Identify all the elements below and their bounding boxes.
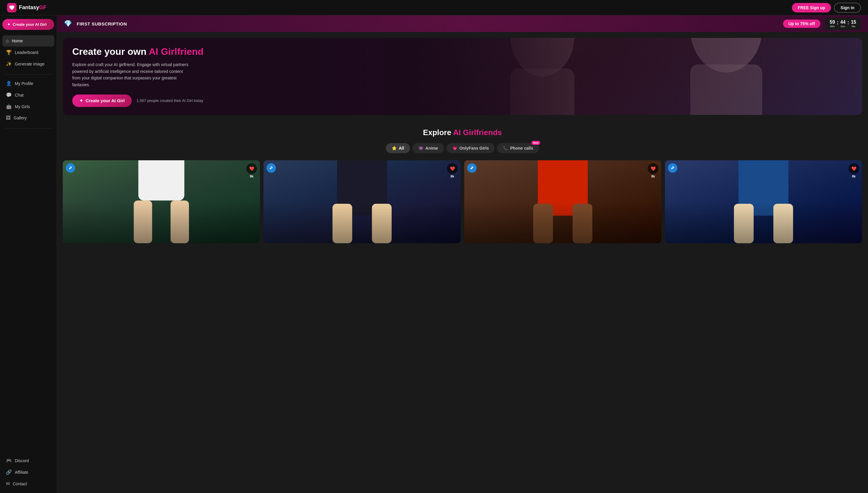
- sidebar-item-profile[interactable]: 👤 My Profile: [2, 78, 54, 89]
- girl-card-overlay-2: [264, 160, 461, 243]
- wand-icon-hero: ✦: [79, 98, 83, 103]
- create-ai-girl-button[interactable]: ✦ Create your AI Girl: [2, 19, 54, 30]
- girl-card-1[interactable]: ❤️ 9k: [63, 160, 260, 243]
- sidebar-item-generate[interactable]: ✨ Generate image: [2, 58, 54, 70]
- expand-btn-4[interactable]: [668, 163, 677, 173]
- explore-title: Explore AI Girlfriends: [63, 128, 862, 137]
- chat-icon: 💬: [6, 92, 12, 98]
- promo-text: FIRST SUBSCRIPTION: [77, 21, 778, 26]
- gallery-icon: 🖼: [6, 115, 11, 121]
- like-button-3[interactable]: ❤️: [648, 163, 658, 174]
- girl-card-overlay-3: [464, 160, 661, 243]
- onlyfans-icon: 💗: [452, 146, 457, 150]
- timer-separator-1: :: [837, 20, 838, 26]
- filter-tab-phonecalls[interactable]: New 📞 Phone calls: [497, 143, 539, 153]
- hero-description: Explore and craft your AI girlfriend. En…: [72, 61, 191, 88]
- expand-btn-2[interactable]: [267, 163, 276, 173]
- signup-button[interactable]: FREE Sign up: [792, 3, 831, 13]
- like-section-4: ❤️ 8k: [848, 163, 859, 178]
- discord-icon: 🎮: [6, 458, 12, 463]
- sidebar-divider-2: [5, 128, 52, 129]
- timer-separator-2: :: [847, 20, 849, 26]
- sidebar-item-gallery[interactable]: 🖼 Gallery: [2, 112, 54, 124]
- phone-icon: 📞: [503, 146, 508, 150]
- nav-buttons: FREE Sign up Sign in: [792, 3, 861, 13]
- girls-grid: ❤️ 9k: [63, 160, 862, 243]
- sidebar-item-chat[interactable]: 💬 Chat: [2, 89, 54, 101]
- generate-icon: ✨: [6, 61, 12, 67]
- social-proof-text: 1,587 people created their AI Girl today: [136, 98, 203, 103]
- like-section-2: ❤️ 8k: [447, 163, 458, 178]
- girl-card-overlay-1: [63, 160, 260, 243]
- filter-tab-anime[interactable]: 👾 Anime: [412, 143, 444, 153]
- like-button-1[interactable]: ❤️: [246, 163, 257, 174]
- logo[interactable]: FantasyGF: [7, 3, 46, 13]
- hero-actions: ✦ Create your AI Girl 1,587 people creat…: [72, 94, 203, 107]
- sidebar-item-affiliate[interactable]: 🔗 Affiliate: [2, 466, 54, 478]
- sidebar-item-discord[interactable]: 🎮 Discord: [2, 455, 54, 466]
- like-button-2[interactable]: ❤️: [447, 163, 458, 174]
- filter-tab-all[interactable]: ⭐ All: [386, 143, 410, 153]
- diamond-icon: 💎: [64, 20, 72, 27]
- new-badge: New: [531, 141, 541, 145]
- top-navigation: FantasyGF FREE Sign up Sign in: [0, 0, 868, 16]
- hero-create-button[interactable]: ✦ Create your AI Girl: [72, 94, 132, 107]
- timer-seconds: 44 Sec: [840, 20, 845, 28]
- expand-btn-3[interactable]: [467, 163, 477, 173]
- explore-section: Explore AI Girlfriends ⭐ All 👾 Anime 💗 O…: [57, 121, 868, 250]
- leaderboard-icon: 🏆: [6, 49, 12, 55]
- wand-icon: ✦: [7, 22, 10, 27]
- anime-icon: 👾: [418, 146, 423, 150]
- sidebar-item-home[interactable]: ⌂ Home: [2, 35, 54, 46]
- logo-text: FantasyGF: [19, 4, 46, 11]
- like-section-1: ❤️ 9k: [246, 163, 257, 178]
- hero-content: Create your own AI Girlfriend Explore an…: [63, 38, 213, 115]
- hero-section: Create your own AI Girlfriend Explore an…: [63, 38, 862, 115]
- sidebar-bottom-section: 🎮 Discord 🔗 Affiliate ✉ Contact: [2, 455, 54, 490]
- contact-icon: ✉: [6, 481, 10, 487]
- like-button-4[interactable]: ❤️: [848, 163, 859, 174]
- sidebar-item-contact[interactable]: ✉ Contact: [2, 478, 54, 490]
- girl-card-4[interactable]: ❤️ 8k: [665, 160, 862, 243]
- filter-tab-onlyfans[interactable]: 💗 OnlyFans Girls: [447, 143, 495, 153]
- promo-timer: 59 Min : 44 Sec : 15 Ms: [825, 18, 861, 30]
- mygirls-icon: 🤖: [6, 104, 12, 109]
- star-icon: ⭐: [392, 146, 397, 150]
- signin-button[interactable]: Sign in: [834, 3, 861, 13]
- main-content: 💎 FIRST SUBSCRIPTION Up to 75% off 59 Mi…: [57, 16, 868, 493]
- like-section-3: ❤️ 8k: [648, 163, 658, 178]
- girl-card-3[interactable]: ❤️ 8k: [464, 160, 661, 243]
- sidebar: ✦ Create your AI Girl ⌂ Home 🏆 Leaderboa…: [0, 16, 57, 493]
- sidebar-item-leaderboard[interactable]: 🏆 Leaderboard: [2, 46, 54, 58]
- filter-tabs: ⭐ All 👾 Anime 💗 OnlyFans Girls New 📞 Pho…: [63, 143, 862, 153]
- promo-banner[interactable]: 💎 FIRST SUBSCRIPTION Up to 75% off 59 Mi…: [57, 16, 868, 32]
- sidebar-item-mygirls[interactable]: 🤖 My Girls: [2, 101, 54, 112]
- girl-card-overlay-4: [665, 160, 862, 243]
- timer-ms: 15 Ms: [851, 20, 856, 28]
- hero-title: Create your own AI Girlfriend: [72, 46, 203, 57]
- affiliate-icon: 🔗: [6, 469, 12, 475]
- sidebar-main-section: ⌂ Home 🏆 Leaderboard ✨ Generate image: [2, 35, 54, 70]
- home-icon: ⌂: [6, 38, 9, 44]
- expand-btn-1[interactable]: [66, 163, 75, 173]
- logo-icon: [7, 3, 17, 13]
- timer-minutes: 59 Min: [830, 20, 835, 28]
- girl-card-2[interactable]: ❤️ 8k: [264, 160, 461, 243]
- promo-badge: Up to 75% off: [783, 20, 820, 28]
- sidebar-user-section: 👤 My Profile 💬 Chat 🤖 My Girls 🖼 Gallery: [2, 78, 54, 124]
- profile-icon: 👤: [6, 81, 12, 86]
